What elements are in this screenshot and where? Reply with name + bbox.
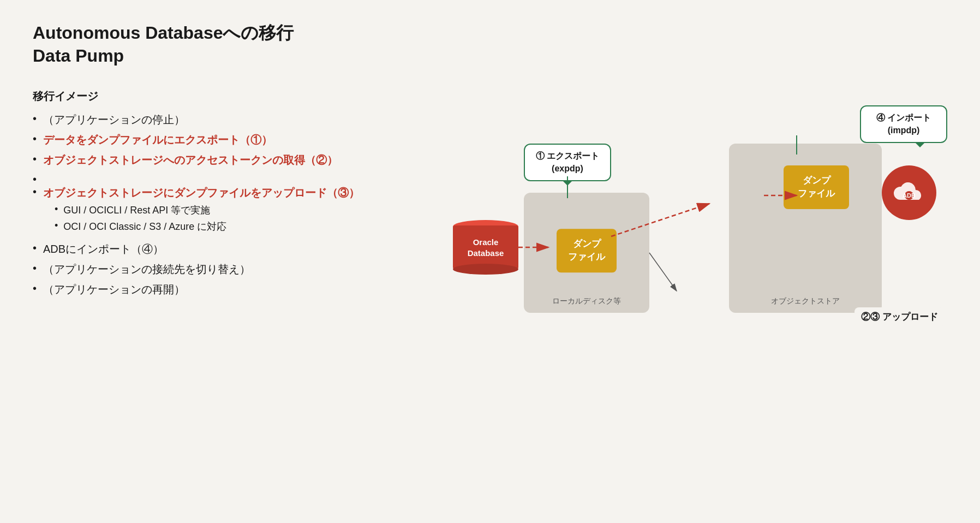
dump-file-local: ダンプ ファイル <box>557 229 617 272</box>
sub-bullet-list: GUI / OCICLI / Rest API 等で実施 OCI / OCI C… <box>33 204 226 236</box>
diagram-wrapper: ① エクスポート (expdp) ④ インポート (impdp) Oracle … <box>437 89 947 373</box>
adb-cloud-icon: ADB <box>882 165 936 220</box>
bullet-text: オブジェクトストレージへのアクセストークンの取得（②） <box>43 153 338 168</box>
bullet-text: オブジェクトストレージにダンプファイルをアップロード（③） <box>43 186 360 200</box>
bullet-text: データをダンプファイルにエクスポート（①） <box>43 133 272 147</box>
list-item: データをダンプファイルにエクスポート（①） <box>33 133 415 147</box>
upload-label: ②③ アップロード <box>854 307 945 326</box>
diagram-section: ① エクスポート (expdp) ④ インポート (impdp) Oracle … <box>437 89 947 373</box>
cylinder-shape: Oracle Database <box>453 220 518 275</box>
list-item: （アプリケーションの停止） <box>33 112 415 127</box>
sub-bullet-text: OCI / OCI Classic / S3 / Azure に対応 <box>63 220 226 233</box>
list-item: オブジェクトストレージへのアクセストークンの取得（②） <box>33 153 415 168</box>
bullet-text: ADBにインポート（④） <box>43 242 164 257</box>
cylinder-bottom <box>453 264 518 275</box>
oracle-label: Oracle Database <box>456 237 516 258</box>
sub-bullet-text: GUI / OCICLI / Rest API 等で実施 <box>63 204 210 217</box>
section-heading: 移行イメージ <box>33 89 415 104</box>
list-item: • オブジェクトストレージにダンプファイルをアップロード（③） GUI / OC… <box>33 173 415 236</box>
export-bubble: ① エクスポート (expdp) <box>524 144 611 181</box>
dump-file-object: ダンプ ファイル <box>784 165 849 209</box>
object-store-area: ダンプ ファイル オブジェクトストア <box>729 144 882 313</box>
cloud-svg: ADB <box>893 179 925 206</box>
local-disk-label: ローカルディスク等 <box>524 296 649 306</box>
page-title: Autonomous Databaseへの移行 Data Pump <box>33 22 947 67</box>
list-item: （アプリケーションの接続先を切り替え） <box>33 262 415 277</box>
bullet-text: （アプリケーションの再開） <box>43 282 185 297</box>
bullet-list: （アプリケーションの停止） データをダンプファイルにエクスポート（①） オブジェ… <box>33 112 415 297</box>
list-item: ADBにインポート（④） <box>33 242 415 257</box>
oracle-database-cylinder: Oracle Database <box>453 220 518 275</box>
svg-text:ADB: ADB <box>903 192 916 199</box>
bullet-text: （アプリケーションの停止） <box>43 112 185 127</box>
content-area: 移行イメージ （アプリケーションの停止） データをダンプファイルにエクスポート（… <box>33 89 947 373</box>
import-bubble: ④ インポート (impdp) <box>860 105 947 143</box>
local-disk-area: ダンプ ファイル ローカルディスク等 <box>524 193 649 313</box>
bullet-text: （アプリケーションの接続先を切り替え） <box>43 262 250 277</box>
list-item: （アプリケーションの再開） <box>33 282 415 297</box>
object-store-label: オブジェクトストア <box>729 296 882 306</box>
svg-line-6 <box>649 253 677 291</box>
text-section: 移行イメージ （アプリケーションの停止） データをダンプファイルにエクスポート（… <box>33 89 415 302</box>
sub-list-item: GUI / OCICLI / Rest API 等で実施 <box>55 204 226 217</box>
cloud-circle: ADB <box>882 165 936 220</box>
sub-list-item: OCI / OCI Classic / S3 / Azure に対応 <box>55 220 226 233</box>
